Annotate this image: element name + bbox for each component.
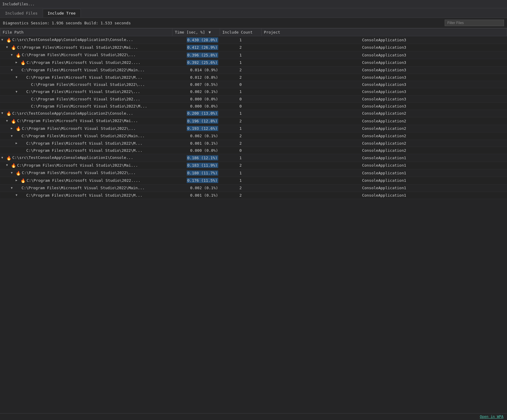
filepath-text: C:\Program Files\Microsoft Visual Studio… [27, 60, 141, 65]
time-highlight-text: 0.176 (11.5%) [187, 178, 218, 183]
filepath-text: C:\Program Files\Microsoft Visual Studio… [17, 163, 138, 168]
collapse-toggle-icon[interactable]: ▼ [11, 171, 15, 175]
filepath-text: C:\Program Files\Microsoft Visual Studio… [26, 193, 142, 198]
filepath-text: C:\Program Files\Microsoft Visual Studio… [31, 97, 140, 101]
project-cell: ConsoleApplication1 [262, 184, 507, 192]
collapse-toggle-icon[interactable]: ▼ [11, 186, 15, 190]
table-row: ▼🔥C:\Program Files\Microsoft Visual Stud… [0, 44, 507, 51]
filepath-text: C:\Program Files\Microsoft Visual Studio… [26, 89, 140, 94]
filepath-cell: C:\Program Files\Microsoft Visual Studio… [0, 81, 172, 88]
tab-included-files[interactable]: Included Files [0, 9, 43, 18]
filepath-cell: ▼🔥C:\Program Files\Microsoft Visual Stud… [0, 162, 172, 169]
col-header-project[interactable]: Project [262, 29, 507, 36]
collapse-toggle-icon[interactable]: ▼ [11, 68, 15, 72]
table-row: C:\Program Files\Microsoft Visual Studio… [0, 81, 507, 88]
fire-icon: 🔥 [16, 53, 21, 58]
project-cell: ConsoleApplication2 [262, 132, 507, 140]
time-cell: 0.176 (11.5%) [172, 177, 220, 184]
time-cell: 0.196 (12.8%) [172, 117, 220, 125]
filepath-cell: ▼C:\Program Files\Microsoft Visual Studi… [0, 192, 172, 199]
table-row: ▶🔥C:\Program Files\Microsoft Visual Stud… [0, 59, 507, 67]
count-cell: 2 [220, 184, 262, 192]
collapse-toggle-icon[interactable]: ▼ [1, 156, 6, 160]
filepath-cell: C:\Program Files\Microsoft Visual Studio… [0, 147, 172, 154]
table-row: C:\Program Files\Microsoft Visual Studio… [0, 95, 507, 102]
collapse-toggle-icon[interactable]: ▼ [1, 111, 6, 116]
collapse-toggle-icon[interactable]: ▼ [16, 193, 20, 198]
collapse-toggle-icon[interactable]: ▼ [6, 45, 10, 50]
time-cell: 0.001 (0.1%) [172, 140, 220, 147]
table-row: ▼🔥C:\Program Files\Microsoft Visual Stud… [0, 117, 507, 125]
filepath-text: C:\Program Files\Microsoft Visual Studio… [26, 148, 142, 153]
fire-icon: 🔥 [6, 111, 11, 116]
time-cell: 0.002 (0.1%) [172, 132, 220, 140]
count-cell: 2 [220, 44, 262, 51]
time-highlight-text: 0.392 (25.6%) [187, 60, 218, 65]
filepath-cell: ▼C:\Program Files\Microsoft Visual Studi… [0, 88, 172, 96]
col-header-filepath[interactable]: File Path [0, 29, 172, 36]
expand-toggle-icon[interactable]: ▶ [11, 127, 15, 131]
fire-icon: 🔥 [20, 60, 26, 65]
col-header-count[interactable]: Include Count [220, 29, 262, 36]
time-cell: 0.001 (0.1%) [172, 192, 220, 199]
tab-include-tree[interactable]: Include Tree [43, 9, 81, 18]
project-cell: ConsoleApplication1 [262, 169, 507, 177]
filter-input[interactable] [445, 20, 504, 26]
filepath-text: C:\src\TestConsoleApp\ConsoleApplication… [12, 111, 133, 116]
count-cell: 1 [220, 59, 262, 67]
time-cell: 0.396 (25.8%) [172, 51, 220, 59]
table-row: ▼C:\Program Files\Microsoft Visual Studi… [0, 74, 507, 81]
project-cell: ConsoleApplication2 [262, 140, 507, 147]
time-cell: 0.186 (12.1%) [172, 154, 220, 162]
footer-bar: Open in WPA [0, 413, 507, 420]
table-container[interactable]: File Path Time [sec, %] ▼ Include Count … [0, 28, 507, 413]
count-cell: 1 [220, 169, 262, 177]
table-row: C:\Program Files\Microsoft Visual Studio… [0, 147, 507, 154]
time-highlight-text: 0.193 (12.6%) [187, 126, 218, 131]
collapse-toggle-icon[interactable]: ▼ [1, 38, 6, 42]
time-cell: 0.200 (13.0%) [172, 110, 220, 117]
time-cell: 0.392 (25.6%) [172, 59, 220, 67]
collapse-toggle-icon[interactable]: ▼ [6, 163, 10, 168]
collapse-toggle-icon[interactable]: ▼ [16, 90, 20, 94]
filepath-cell: C:\Program Files\Microsoft Visual Studio… [0, 102, 172, 110]
project-cell: ConsoleApplication3 [262, 74, 507, 81]
time-cell: 0.002 (0.1%) [172, 184, 220, 192]
project-cell: ConsoleApplication2 [262, 117, 507, 125]
filepath-cell: ▶🔥C:\Program Files\Microsoft Visual Stud… [0, 177, 172, 184]
table-row: ▼🔥C:\Program Files\Microsoft Visual Stud… [0, 51, 507, 59]
collapse-toggle-icon[interactable]: ▼ [11, 134, 15, 138]
col-header-time[interactable]: Time [sec, %] ▼ [172, 29, 220, 36]
count-cell: 1 [220, 125, 262, 132]
filepath-cell: ▼🔥C:\Program Files\Microsoft Visual Stud… [0, 51, 172, 59]
expand-toggle-icon[interactable]: ▶ [16, 179, 20, 183]
time-cell: 0.002 (0.1%) [172, 88, 220, 96]
open-in-wpa-link[interactable]: Open in WPA [480, 415, 503, 419]
collapse-toggle-icon[interactable]: ▼ [6, 119, 10, 123]
filepath-text: C:\Program Files\Microsoft Visual Studio… [22, 126, 136, 131]
filepath-text: C:\Program Files\Microsoft Visual Studio… [26, 75, 142, 80]
time-cell: 0.014 (0.9%) [172, 67, 220, 74]
table-row: ▼C:\Program Files\Microsoft Visual Studi… [0, 192, 507, 199]
filepath-text: C:\Program Files\Microsoft Visual Studio… [17, 119, 138, 123]
filepath-text: C:\src\TestConsoleApp\ConsoleApplication… [12, 37, 133, 42]
table-row: ▼C:\Program Files\Microsoft Visual Studi… [0, 67, 507, 74]
fire-icon: 🔥 [11, 119, 16, 124]
collapse-toggle-icon[interactable]: ▼ [11, 53, 15, 57]
count-cell: 2 [220, 140, 262, 147]
table-row: ▼🔥C:\Program Files\Microsoft Visual Stud… [0, 162, 507, 169]
table-row: ▼🔥C:\src\TestConsoleApp\ConsoleApplicati… [0, 110, 507, 117]
collapse-toggle-icon[interactable]: ▼ [16, 75, 20, 80]
title-bar: IncludeFiles... [0, 0, 507, 8]
filepath-cell: ▼C:\Program Files\Microsoft Visual Studi… [0, 67, 172, 74]
diagnostics-bar: Diagnostics Session: 1.936 seconds Build… [0, 18, 507, 28]
expand-toggle-icon[interactable]: ▶ [16, 61, 20, 65]
filepath-cell: ▶🔥C:\Program Files\Microsoft Visual Stud… [0, 59, 172, 67]
expand-toggle-icon[interactable]: ▶ [16, 141, 20, 146]
count-cell: 1 [220, 177, 262, 184]
filepath-cell: ▼🔥C:\src\TestConsoleApp\ConsoleApplicati… [0, 154, 172, 162]
count-cell: 1 [220, 51, 262, 59]
table-row: ▼C:\Program Files\Microsoft Visual Studi… [0, 88, 507, 96]
project-cell: ConsoleApplication1 [262, 177, 507, 184]
count-cell: 1 [220, 154, 262, 162]
